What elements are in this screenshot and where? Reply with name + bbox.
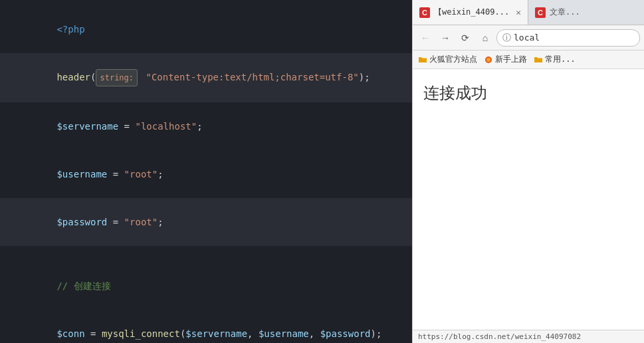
browser-tab-other[interactable]: C 文章...: [528, 0, 587, 25]
svg-point-1: [486, 58, 490, 62]
reload-button[interactable]: ⟳: [457, 29, 474, 47]
tab1-icon: C: [419, 7, 430, 18]
comment-create: // 创建连接: [56, 281, 110, 291]
header-func: header: [56, 72, 90, 82]
tab2-label: 文章...: [550, 7, 580, 18]
val-localhost: "localhost": [135, 121, 197, 132]
paren-close: );: [359, 72, 370, 82]
code-line-5: $password = "root";: [0, 198, 412, 246]
arg-servername: $servername: [185, 328, 247, 339]
type-hint-string: string:: [96, 69, 138, 86]
tab1-close[interactable]: ✕: [516, 7, 521, 17]
code-line-2: header(string: "Content-type:text/html;c…: [0, 53, 412, 102]
forward-button[interactable]: →: [437, 29, 454, 47]
folder-icon-1: [418, 55, 427, 64]
tab1-label: 【weixin_4409...: [434, 7, 509, 18]
code-editor: <?php header(string: "Content-type:text/…: [0, 0, 412, 343]
val-root-pass: "root": [124, 217, 158, 227]
code-line-7: // 创建连接: [0, 262, 412, 310]
code-line-1: <?php: [0, 5, 412, 53]
var-password: $password: [56, 217, 107, 227]
browser-tabs: C 【weixin_4409... ✕ C 文章...: [413, 0, 644, 25]
code-line-3: $servername = "localhost";: [0, 102, 412, 150]
page-title: 连接成功: [423, 82, 633, 104]
line-content-5: $password = "root";: [9, 198, 412, 246]
firefox-icon: [484, 55, 493, 64]
folder-icon-2: [534, 55, 543, 64]
arg-username: $username: [259, 328, 309, 339]
code-line-6: [0, 246, 412, 262]
browser-nav: ← → ⟳ ⌂ ⓘ local: [413, 25, 644, 51]
header-value: "Content-type:text/html;charset=utf-8": [146, 72, 358, 82]
line-content-1: <?php: [9, 5, 412, 53]
var-conn: $conn: [56, 328, 84, 339]
browser-status: https://blog.csdn.net/weixin_44097082: [413, 330, 644, 343]
address-text: local: [514, 33, 540, 43]
paren-open: (: [90, 72, 96, 82]
mysqli-connect-func: mysqli_connect: [102, 328, 180, 339]
back-button[interactable]: ←: [417, 29, 434, 47]
var-username: $username: [56, 169, 107, 179]
code-line-4: $username = "root";: [0, 150, 412, 198]
browser-panel: C 【weixin_4409... ✕ C 文章... ← → ⟳ ⌂ ⓘ lo…: [412, 0, 644, 343]
var-servername: $servername: [56, 121, 118, 132]
code-line-8: $conn = mysqli_connect($servername, $use…: [0, 310, 412, 343]
bookmark-common[interactable]: 常用...: [534, 54, 576, 65]
arg-password: $password: [320, 328, 371, 339]
bookmark-newbie[interactable]: 新手上路: [484, 54, 527, 65]
info-icon: ⓘ: [502, 32, 511, 44]
bookmark-label-2: 新手上路: [495, 54, 527, 65]
line-content-4: $username = "root";: [9, 150, 412, 198]
tab2-icon: C: [535, 7, 546, 18]
line-content-6: [9, 246, 412, 262]
val-root-user: "root": [124, 169, 158, 179]
bookmark-label-1: 火狐官方站点: [429, 54, 477, 65]
line-content-8: $conn = mysqli_connect($servername, $use…: [9, 310, 412, 343]
home-button[interactable]: ⌂: [477, 29, 494, 47]
bookmark-label-3: 常用...: [545, 54, 576, 65]
bookmarks-bar: 火狐官方站点 新手上路 常用...: [413, 51, 644, 69]
status-url: https://blog.csdn.net/weixin_44097082: [418, 332, 581, 341]
line-content-3: $servername = "localhost";: [9, 102, 412, 150]
address-bar[interactable]: ⓘ local: [496, 29, 640, 47]
bookmark-huohu[interactable]: 火狐官方站点: [418, 54, 477, 65]
line-content-2: header(string: "Content-type:text/html;c…: [9, 53, 412, 102]
line-content-7: // 创建连接: [9, 262, 412, 310]
code-area: <?php header(string: "Content-type:text/…: [0, 0, 412, 343]
php-open-tag: <?php: [56, 24, 84, 35]
browser-tab-active[interactable]: C 【weixin_4409... ✕: [413, 0, 528, 25]
browser-content: 连接成功: [413, 69, 644, 330]
